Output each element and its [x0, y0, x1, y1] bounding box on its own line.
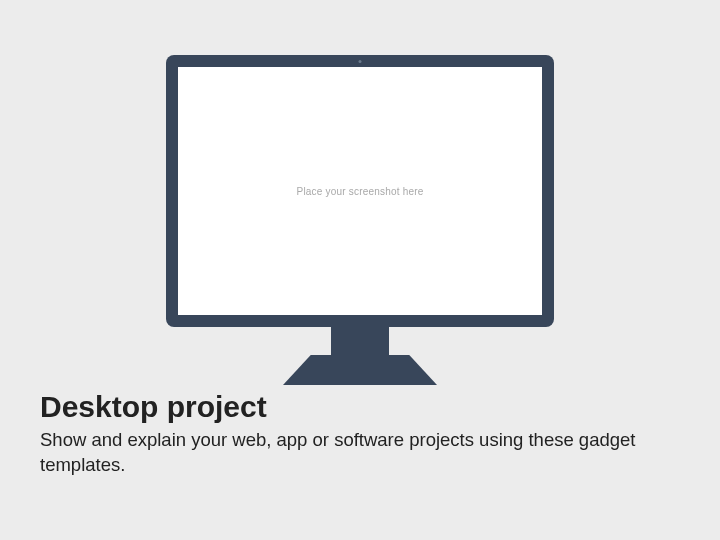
slide-title: Desktop project	[40, 390, 267, 424]
monitor-screen: Place your screenshot here	[178, 67, 542, 315]
screen-placeholder-text: Place your screenshot here	[297, 186, 424, 197]
monitor-base	[283, 355, 437, 385]
monitor-neck	[331, 327, 389, 355]
camera-dot-icon	[359, 60, 362, 63]
monitor-frame: Place your screenshot here	[166, 55, 554, 327]
monitor-mockup: Place your screenshot here	[166, 55, 554, 385]
slide-description: Show and explain your web, app or softwa…	[40, 428, 680, 478]
